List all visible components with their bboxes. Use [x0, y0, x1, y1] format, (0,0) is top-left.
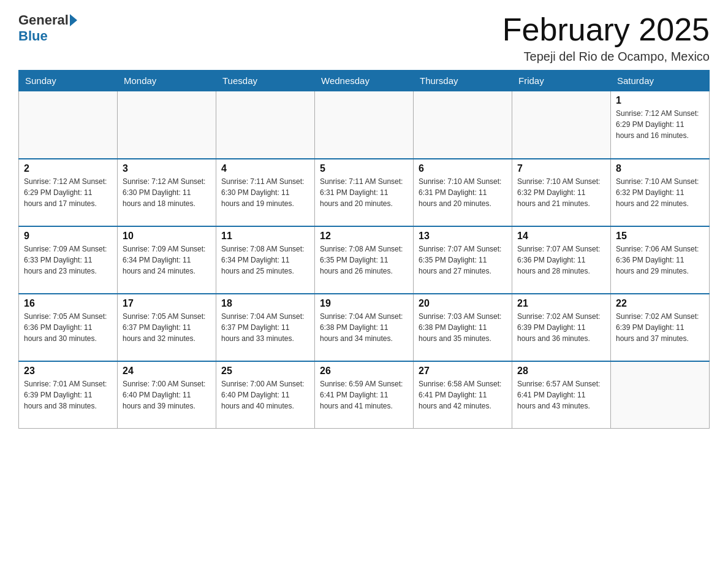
day-number: 3 — [123, 163, 211, 174]
calendar-cell: 28Sunrise: 6:57 AM Sunset: 6:41 PM Dayli… — [512, 361, 611, 429]
day-number: 23 — [24, 366, 112, 377]
day-info: Sunrise: 7:12 AM Sunset: 6:29 PM Dayligh… — [24, 176, 112, 209]
day-number: 4 — [221, 163, 309, 174]
page-header: General Blue February 2025 Tepeji del Ri… — [18, 12, 710, 64]
day-number: 16 — [24, 298, 112, 309]
day-info: Sunrise: 7:09 AM Sunset: 6:33 PM Dayligh… — [24, 243, 112, 277]
calendar-cell: 3Sunrise: 7:12 AM Sunset: 6:30 PM Daylig… — [118, 159, 216, 226]
weekday-header-saturday: Saturday — [611, 71, 710, 91]
location-subtitle: Tepeji del Rio de Ocampo, Mexico — [502, 50, 710, 64]
day-info: Sunrise: 7:10 AM Sunset: 6:32 PM Dayligh… — [616, 176, 704, 209]
day-info: Sunrise: 6:58 AM Sunset: 6:41 PM Dayligh… — [419, 378, 507, 412]
day-info: Sunrise: 7:04 AM Sunset: 6:37 PM Dayligh… — [221, 311, 309, 344]
day-info: Sunrise: 7:05 AM Sunset: 6:36 PM Dayligh… — [24, 311, 112, 344]
day-info: Sunrise: 7:00 AM Sunset: 6:40 PM Dayligh… — [123, 378, 211, 412]
day-number: 1 — [616, 95, 704, 106]
calendar-cell: 18Sunrise: 7:04 AM Sunset: 6:37 PM Dayli… — [216, 294, 315, 361]
day-number: 22 — [616, 298, 704, 309]
weekday-header-sunday: Sunday — [19, 71, 118, 91]
day-number: 12 — [320, 231, 408, 242]
day-number: 24 — [123, 366, 211, 377]
day-number: 25 — [221, 366, 309, 377]
day-info: Sunrise: 7:04 AM Sunset: 6:38 PM Dayligh… — [320, 311, 408, 344]
day-number: 13 — [419, 231, 507, 242]
calendar-cell: 6Sunrise: 7:10 AM Sunset: 6:31 PM Daylig… — [414, 159, 512, 226]
calendar-cell — [118, 91, 216, 159]
logo: General Blue — [18, 12, 78, 44]
day-info: Sunrise: 7:02 AM Sunset: 6:39 PM Dayligh… — [616, 311, 704, 344]
day-info: Sunrise: 7:00 AM Sunset: 6:40 PM Dayligh… — [221, 378, 309, 412]
calendar-cell: 20Sunrise: 7:03 AM Sunset: 6:38 PM Dayli… — [414, 294, 512, 361]
day-info: Sunrise: 7:07 AM Sunset: 6:35 PM Dayligh… — [419, 243, 507, 277]
day-info: Sunrise: 7:12 AM Sunset: 6:30 PM Dayligh… — [123, 176, 211, 209]
month-title: February 2025 — [502, 12, 710, 47]
calendar-cell: 9Sunrise: 7:09 AM Sunset: 6:33 PM Daylig… — [19, 226, 118, 294]
day-info: Sunrise: 7:09 AM Sunset: 6:34 PM Dayligh… — [123, 243, 211, 277]
day-info: Sunrise: 7:11 AM Sunset: 6:31 PM Dayligh… — [320, 176, 408, 209]
day-number: 2 — [24, 163, 112, 174]
day-info: Sunrise: 7:01 AM Sunset: 6:39 PM Dayligh… — [24, 378, 112, 412]
day-info: Sunrise: 7:05 AM Sunset: 6:37 PM Dayligh… — [123, 311, 211, 344]
calendar-cell — [216, 91, 315, 159]
day-info: Sunrise: 7:11 AM Sunset: 6:30 PM Dayligh… — [221, 176, 309, 209]
calendar-week-row-0: 1Sunrise: 7:12 AM Sunset: 6:29 PM Daylig… — [19, 91, 710, 159]
day-info: Sunrise: 7:08 AM Sunset: 6:34 PM Dayligh… — [221, 243, 309, 277]
day-info: Sunrise: 7:10 AM Sunset: 6:32 PM Dayligh… — [517, 176, 605, 209]
day-number: 26 — [320, 366, 408, 377]
calendar-week-row-4: 23Sunrise: 7:01 AM Sunset: 6:39 PM Dayli… — [19, 361, 710, 429]
calendar-cell: 26Sunrise: 6:59 AM Sunset: 6:41 PM Dayli… — [315, 361, 414, 429]
calendar-cell: 12Sunrise: 7:08 AM Sunset: 6:35 PM Dayli… — [315, 226, 414, 294]
calendar-cell: 11Sunrise: 7:08 AM Sunset: 6:34 PM Dayli… — [216, 226, 315, 294]
calendar-cell: 13Sunrise: 7:07 AM Sunset: 6:35 PM Dayli… — [414, 226, 512, 294]
calendar-cell: 2Sunrise: 7:12 AM Sunset: 6:29 PM Daylig… — [19, 159, 118, 226]
calendar-cell: 27Sunrise: 6:58 AM Sunset: 6:41 PM Dayli… — [414, 361, 512, 429]
calendar-week-row-2: 9Sunrise: 7:09 AM Sunset: 6:33 PM Daylig… — [19, 226, 710, 294]
calendar-cell: 25Sunrise: 7:00 AM Sunset: 6:40 PM Dayli… — [216, 361, 315, 429]
calendar-cell: 23Sunrise: 7:01 AM Sunset: 6:39 PM Dayli… — [19, 361, 118, 429]
calendar-cell: 24Sunrise: 7:00 AM Sunset: 6:40 PM Dayli… — [118, 361, 216, 429]
day-info: Sunrise: 7:12 AM Sunset: 6:29 PM Dayligh… — [616, 108, 704, 141]
day-number: 11 — [221, 231, 309, 242]
title-block: February 2025 Tepeji del Rio de Ocampo, … — [502, 12, 710, 64]
weekday-header-thursday: Thursday — [414, 71, 512, 91]
day-number: 5 — [320, 163, 408, 174]
day-number: 8 — [616, 163, 704, 174]
calendar-cell: 5Sunrise: 7:11 AM Sunset: 6:31 PM Daylig… — [315, 159, 414, 226]
calendar-table: SundayMondayTuesdayWednesdayThursdayFrid… — [18, 70, 710, 429]
weekday-header-tuesday: Tuesday — [216, 71, 315, 91]
day-number: 21 — [517, 298, 605, 309]
calendar-cell: 8Sunrise: 7:10 AM Sunset: 6:32 PM Daylig… — [611, 159, 710, 226]
day-number: 19 — [320, 298, 408, 309]
calendar-cell — [414, 91, 512, 159]
day-info: Sunrise: 7:06 AM Sunset: 6:36 PM Dayligh… — [616, 243, 704, 277]
day-info: Sunrise: 6:57 AM Sunset: 6:41 PM Dayligh… — [517, 378, 605, 412]
day-number: 28 — [517, 366, 605, 377]
day-number: 18 — [221, 298, 309, 309]
day-info: Sunrise: 7:03 AM Sunset: 6:38 PM Dayligh… — [419, 311, 507, 344]
day-number: 14 — [517, 231, 605, 242]
day-number: 9 — [24, 231, 112, 242]
calendar-cell — [611, 361, 710, 429]
day-info: Sunrise: 7:10 AM Sunset: 6:31 PM Dayligh… — [419, 176, 507, 209]
calendar-cell — [512, 91, 611, 159]
day-number: 6 — [419, 163, 507, 174]
day-number: 7 — [517, 163, 605, 174]
day-number: 27 — [419, 366, 507, 377]
calendar-week-row-3: 16Sunrise: 7:05 AM Sunset: 6:36 PM Dayli… — [19, 294, 710, 361]
day-number: 17 — [123, 298, 211, 309]
day-info: Sunrise: 7:02 AM Sunset: 6:39 PM Dayligh… — [517, 311, 605, 344]
day-info: Sunrise: 6:59 AM Sunset: 6:41 PM Dayligh… — [320, 378, 408, 412]
calendar-cell: 21Sunrise: 7:02 AM Sunset: 6:39 PM Dayli… — [512, 294, 611, 361]
calendar-cell: 17Sunrise: 7:05 AM Sunset: 6:37 PM Dayli… — [118, 294, 216, 361]
day-number: 10 — [123, 231, 211, 242]
calendar-cell: 1Sunrise: 7:12 AM Sunset: 6:29 PM Daylig… — [611, 91, 710, 159]
weekday-header-row: SundayMondayTuesdayWednesdayThursdayFrid… — [19, 71, 710, 91]
weekday-header-wednesday: Wednesday — [315, 71, 414, 91]
calendar-cell: 14Sunrise: 7:07 AM Sunset: 6:36 PM Dayli… — [512, 226, 611, 294]
logo-general-text: General — [18, 12, 69, 28]
day-number: 15 — [616, 231, 704, 242]
calendar-cell: 10Sunrise: 7:09 AM Sunset: 6:34 PM Dayli… — [118, 226, 216, 294]
calendar-week-row-1: 2Sunrise: 7:12 AM Sunset: 6:29 PM Daylig… — [19, 159, 710, 226]
calendar-cell: 19Sunrise: 7:04 AM Sunset: 6:38 PM Dayli… — [315, 294, 414, 361]
day-info: Sunrise: 7:07 AM Sunset: 6:36 PM Dayligh… — [517, 243, 605, 277]
